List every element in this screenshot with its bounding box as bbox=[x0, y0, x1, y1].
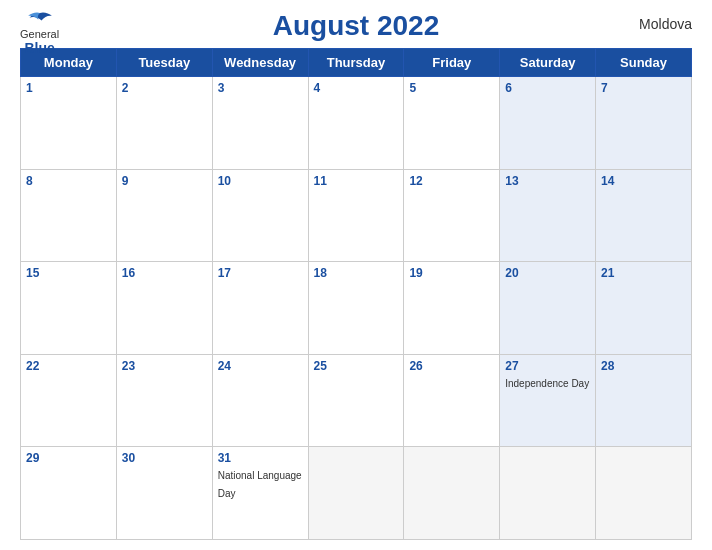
calendar-cell bbox=[404, 447, 500, 540]
day-number: 31 bbox=[218, 451, 303, 465]
calendar-cell: 28 bbox=[596, 354, 692, 447]
day-number: 27 bbox=[505, 359, 590, 373]
calendar-cell: 18 bbox=[308, 262, 404, 355]
day-number: 23 bbox=[122, 359, 207, 373]
calendar-cell: 3 bbox=[212, 77, 308, 170]
calendar-cell: 21 bbox=[596, 262, 692, 355]
day-number: 1 bbox=[26, 81, 111, 95]
calendar-week-row: 222324252627Independence Day28 bbox=[21, 354, 692, 447]
calendar-table: Monday Tuesday Wednesday Thursday Friday… bbox=[20, 48, 692, 540]
calendar-cell: 2 bbox=[116, 77, 212, 170]
calendar-cell: 13 bbox=[500, 169, 596, 262]
day-number: 26 bbox=[409, 359, 494, 373]
calendar-cell: 27Independence Day bbox=[500, 354, 596, 447]
logo-general-text: General bbox=[20, 28, 59, 40]
calendar-cell: 30 bbox=[116, 447, 212, 540]
calendar-cell: 4 bbox=[308, 77, 404, 170]
day-number: 5 bbox=[409, 81, 494, 95]
col-sunday: Sunday bbox=[596, 49, 692, 77]
calendar-cell bbox=[500, 447, 596, 540]
day-number: 20 bbox=[505, 266, 590, 280]
col-tuesday: Tuesday bbox=[116, 49, 212, 77]
day-number: 7 bbox=[601, 81, 686, 95]
day-number: 8 bbox=[26, 174, 111, 188]
calendar-header-row: Monday Tuesday Wednesday Thursday Friday… bbox=[21, 49, 692, 77]
calendar-week-row: 891011121314 bbox=[21, 169, 692, 262]
day-number: 17 bbox=[218, 266, 303, 280]
page-title: August 2022 bbox=[273, 10, 440, 42]
calendar-cell: 29 bbox=[21, 447, 117, 540]
day-number: 19 bbox=[409, 266, 494, 280]
day-number: 24 bbox=[218, 359, 303, 373]
day-number: 14 bbox=[601, 174, 686, 188]
calendar-cell: 15 bbox=[21, 262, 117, 355]
calendar-header: General Blue August 2022 Moldova bbox=[20, 10, 692, 42]
day-number: 12 bbox=[409, 174, 494, 188]
day-number: 3 bbox=[218, 81, 303, 95]
col-saturday: Saturday bbox=[500, 49, 596, 77]
calendar-cell: 24 bbox=[212, 354, 308, 447]
calendar-cell: 1 bbox=[21, 77, 117, 170]
calendar-cell: 8 bbox=[21, 169, 117, 262]
calendar-cell: 10 bbox=[212, 169, 308, 262]
day-number: 4 bbox=[314, 81, 399, 95]
calendar-cell: 12 bbox=[404, 169, 500, 262]
calendar-cell: 20 bbox=[500, 262, 596, 355]
col-friday: Friday bbox=[404, 49, 500, 77]
calendar-week-row: 15161718192021 bbox=[21, 262, 692, 355]
day-event: National Language Day bbox=[218, 470, 302, 499]
day-number: 13 bbox=[505, 174, 590, 188]
col-thursday: Thursday bbox=[308, 49, 404, 77]
calendar-cell bbox=[596, 447, 692, 540]
day-number: 25 bbox=[314, 359, 399, 373]
day-number: 22 bbox=[26, 359, 111, 373]
day-number: 16 bbox=[122, 266, 207, 280]
calendar-week-row: 1234567 bbox=[21, 77, 692, 170]
calendar-cell: 23 bbox=[116, 354, 212, 447]
day-number: 21 bbox=[601, 266, 686, 280]
calendar-cell: 31National Language Day bbox=[212, 447, 308, 540]
day-number: 28 bbox=[601, 359, 686, 373]
day-number: 30 bbox=[122, 451, 207, 465]
day-number: 29 bbox=[26, 451, 111, 465]
day-event: Independence Day bbox=[505, 378, 589, 389]
day-number: 9 bbox=[122, 174, 207, 188]
calendar-cell: 5 bbox=[404, 77, 500, 170]
logo-icon bbox=[25, 10, 55, 28]
calendar-cell: 14 bbox=[596, 169, 692, 262]
logo-blue-text: Blue bbox=[24, 40, 54, 56]
calendar-cell: 22 bbox=[21, 354, 117, 447]
day-number: 2 bbox=[122, 81, 207, 95]
calendar-cell: 19 bbox=[404, 262, 500, 355]
calendar-cell: 16 bbox=[116, 262, 212, 355]
day-number: 15 bbox=[26, 266, 111, 280]
calendar-cell: 25 bbox=[308, 354, 404, 447]
day-number: 18 bbox=[314, 266, 399, 280]
calendar-week-row: 293031National Language Day bbox=[21, 447, 692, 540]
calendar-cell: 9 bbox=[116, 169, 212, 262]
calendar-cell bbox=[308, 447, 404, 540]
day-number: 11 bbox=[314, 174, 399, 188]
logo: General Blue bbox=[20, 10, 59, 56]
country-label: Moldova bbox=[639, 16, 692, 32]
calendar-cell: 11 bbox=[308, 169, 404, 262]
calendar-cell: 17 bbox=[212, 262, 308, 355]
calendar-cell: 7 bbox=[596, 77, 692, 170]
calendar-cell: 26 bbox=[404, 354, 500, 447]
col-wednesday: Wednesday bbox=[212, 49, 308, 77]
calendar-cell: 6 bbox=[500, 77, 596, 170]
day-number: 10 bbox=[218, 174, 303, 188]
day-number: 6 bbox=[505, 81, 590, 95]
